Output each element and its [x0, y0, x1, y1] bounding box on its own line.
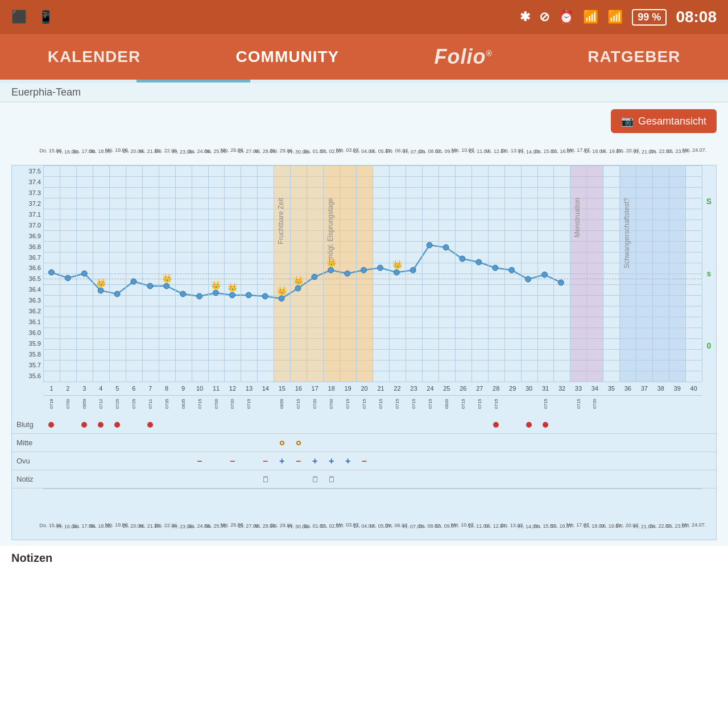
- blutg-dot-3: [98, 422, 104, 428]
- notiz-icon-16: 🗒: [311, 475, 319, 484]
- x-number-5: 6: [126, 382, 142, 395]
- y-axis: 37.537.437.337.237.137.036.936.836.736.6…: [12, 165, 43, 382]
- date-label-top-7: Do. 22.06.: [158, 114, 175, 165]
- nav-folio-logo[interactable]: Folio®: [423, 45, 504, 69]
- y-label-0: 37.5: [14, 168, 41, 175]
- ovu-content: –––––++++: [43, 452, 702, 470]
- svg-point-15: [279, 296, 284, 301]
- ovu-row: Ovu –––––++++: [12, 452, 716, 470]
- date-label-bottom-2: Sa. 17.06.: [76, 489, 93, 540]
- date-label-bottom-22: Fr. 07.07.: [406, 489, 422, 540]
- x-number-18: 19: [340, 382, 356, 395]
- notiz-content: 🗒🗒🗒: [43, 470, 702, 488]
- date-label-bottom-21: Do. 06.07.: [389, 489, 406, 540]
- date-label-bottom-11: Mo. 26.06.: [224, 489, 241, 540]
- svg-point-24: [427, 242, 432, 248]
- date-label-top-1: Fr. 16.06.: [59, 114, 76, 165]
- wifi-icon: 📶: [583, 10, 598, 24]
- svg-point-31: [541, 272, 547, 278]
- y-label-14: 36.1: [14, 318, 41, 325]
- blutg-dot-0: [48, 422, 54, 428]
- mitte-content: [43, 434, 702, 452]
- svg-point-6: [131, 279, 136, 284]
- svg-point-22: [394, 270, 399, 275]
- time-label-21: 0715: [389, 396, 406, 412]
- date-label-bottom-4: Mo. 19.06.: [109, 489, 126, 540]
- date-label-top-13: Mi. 28.06.: [257, 114, 274, 165]
- x-number-10: 11: [208, 382, 225, 395]
- date-label-bottom-34: Mi. 19.07.: [603, 489, 619, 540]
- date-label-top-26: Di. 11.07.: [471, 114, 488, 165]
- notizen-label: Notizen: [11, 552, 52, 564]
- date-label-top-28: Do. 13.07.: [504, 114, 521, 165]
- x-number-21: 22: [389, 382, 406, 395]
- date-label-bottom-14: Do. 29.06.: [274, 489, 290, 540]
- x-number-4: 5: [109, 382, 126, 395]
- blutg-dot-2: [81, 422, 87, 428]
- ovu-minus-11: –: [230, 456, 235, 466]
- date-label-bottom-18: Mo. 03.07.: [340, 489, 356, 540]
- x-number-6: 7: [142, 382, 159, 395]
- y-label-10: 36.5: [14, 275, 41, 282]
- date-label-top-35: Do. 20.07.: [620, 114, 636, 165]
- time-label-22: 0715: [406, 396, 422, 412]
- date-label-top-14: Do. 29.06.: [274, 114, 290, 165]
- data-rows: Blutg Mitte Ovu –––––++++ Notiz 🗒🗒🗒: [12, 416, 716, 488]
- date-label-bottom-1: Fr. 16.06.: [60, 489, 76, 540]
- date-label-top-15: Fr. 30.06.: [290, 114, 307, 165]
- time-label-17: 0700: [323, 396, 340, 412]
- svg-point-27: [476, 259, 482, 265]
- notizen-section: Notizen: [0, 546, 728, 570]
- nav-kalender[interactable]: KALENDER: [36, 48, 152, 66]
- sub-header-text: Euerphia-Team: [11, 86, 81, 98]
- blutg-label: Blutg: [12, 420, 43, 429]
- time-label-5: 0725: [126, 396, 142, 412]
- date-label-bottom-13: Mi. 28.06.: [257, 489, 274, 540]
- battery-indicator: 99 %: [632, 9, 667, 26]
- nav-community[interactable]: COMMUNITY: [225, 48, 351, 66]
- date-label-top-9: Sa. 24.06.: [191, 114, 208, 165]
- time-label-25: 0715: [455, 396, 471, 412]
- x-number-30: 31: [537, 382, 554, 395]
- date-label-bottom-31: So. 16.07.: [554, 489, 570, 540]
- date-label-bottom-10: So. 25.06.: [208, 489, 225, 540]
- svg-point-32: [558, 280, 564, 285]
- svg-point-13: [246, 292, 251, 298]
- svg-point-10: [197, 293, 202, 299]
- time-label-0: 0718: [43, 396, 60, 412]
- date-label-top-16: Sa. 01.07.: [307, 114, 323, 165]
- svg-point-12: [229, 292, 235, 298]
- time-label-10: 0700: [208, 396, 225, 412]
- time-label-16: 0720: [307, 396, 323, 412]
- date-label-top-23: Sa. 08.07.: [422, 114, 439, 165]
- date-label-bottom-8: Fr. 23.06.: [175, 489, 192, 540]
- notiz-icon-17: 🗒: [328, 475, 336, 484]
- date-label-bottom-7: Do. 22.06.: [159, 489, 175, 540]
- svg-point-11: [213, 290, 218, 296]
- svg-point-2: [65, 275, 71, 281]
- date-label-bottom-37: Sa. 22.07.: [652, 489, 669, 540]
- x-number-8: 9: [175, 382, 192, 395]
- blutg-dot-6: [147, 422, 153, 428]
- mitte-label: Mitte: [12, 438, 43, 447]
- time-label-1: 0700: [60, 396, 76, 412]
- svg-point-25: [443, 245, 449, 250]
- time-label-9: 0715: [192, 396, 208, 412]
- date-label-bottom-25: Mo. 10.07.: [455, 489, 471, 540]
- date-label-top-6: Mi. 21.06.: [142, 114, 158, 165]
- time-label-7: 0735: [159, 396, 175, 412]
- time-labels: 0718070006590712072507250711073506350715…: [43, 395, 702, 412]
- x-number-36: 37: [636, 382, 652, 395]
- nav-ratgeber[interactable]: RATGEBER: [576, 48, 692, 66]
- date-label-top-37: Sa. 22.07.: [653, 114, 669, 165]
- signal-icon: 📶: [607, 10, 623, 24]
- time-label-2: 0659: [76, 396, 93, 412]
- mitte-row: Mitte: [12, 434, 716, 452]
- time-label-11: 0720: [224, 396, 241, 412]
- time-label-38: [669, 396, 685, 412]
- ovu-label: Ovu: [12, 457, 43, 465]
- time-label-33: 0720: [586, 396, 603, 412]
- date-label-bottom-29: Fr. 14.07.: [521, 489, 537, 540]
- y-label-5: 37.0: [14, 222, 41, 229]
- date-label-top-31: So. 16.07.: [554, 114, 570, 165]
